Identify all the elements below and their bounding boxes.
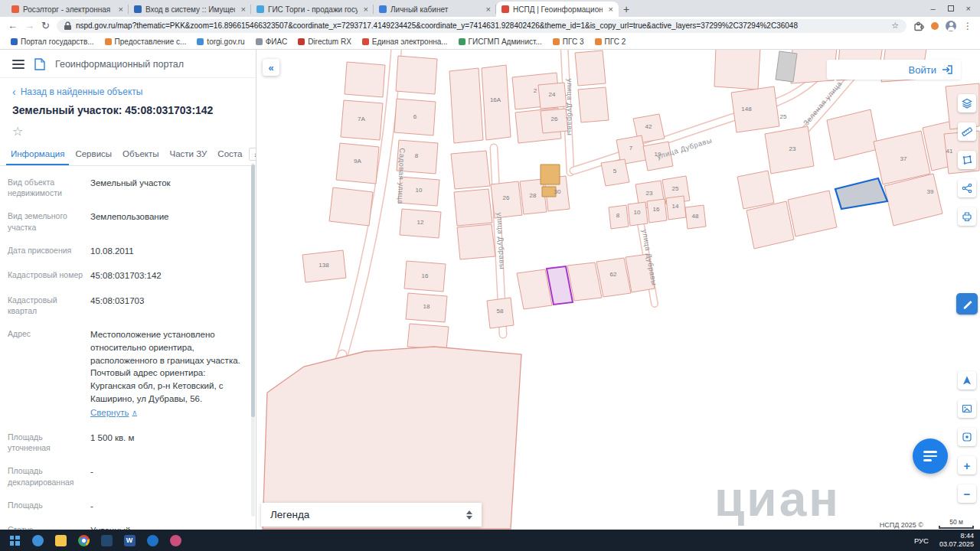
taskbar-app-icon[interactable] [95,530,118,551]
favorite-star-icon[interactable]: ☆ [12,125,23,138]
bookmark-item[interactable]: torgi.gov.ru [192,36,249,47]
keyboard-language[interactable]: РУС [914,536,929,545]
map-parcel[interactable] [827,109,878,160]
map-parcel[interactable] [567,262,602,301]
bookmark-item[interactable]: Предоставление с... [100,36,191,47]
tab-close-icon[interactable]: × [239,5,246,14]
map-parcel[interactable] [396,56,437,94]
map-parcel-highlight-blue[interactable] [835,178,887,209]
cursor-icon[interactable] [958,371,976,390]
start-button[interactable] [3,530,26,551]
map-parcel[interactable] [578,87,609,122]
tab-close-icon[interactable]: × [606,5,613,14]
field-list: Вид объекта недвижимостиЗемельный участо… [0,166,256,530]
reload-icon[interactable]: ↻ [41,21,50,31]
tabs-scroll-right-button[interactable]: › [249,148,256,161]
map-building-tan[interactable] [541,165,560,184]
forward-icon[interactable]: → [24,21,34,31]
ruler-icon[interactable] [958,122,976,141]
map-parcel[interactable] [714,50,760,90]
map-parcel[interactable] [788,191,837,236]
legend-toggle-icon[interactable] [466,510,472,520]
window-maximize-button[interactable] [948,5,954,11]
collapse-panel-button[interactable]: « [263,59,279,76]
map-parcel[interactable] [345,62,385,97]
bookmark-item[interactable]: ФИАС [251,36,292,47]
profile-avatar[interactable] [946,21,956,31]
map-parcel[interactable] [454,189,492,226]
zoom-out-button[interactable]: − [958,484,976,503]
map-parcel[interactable] [329,187,373,226]
map-parcel[interactable] [407,324,449,350]
back-icon[interactable]: ← [8,21,18,31]
map-parcel[interactable] [457,224,495,259]
legend-bar[interactable]: Легенда [261,503,482,527]
bookmark-item[interactable]: ПГС 2 [590,36,631,47]
bookmark-item[interactable]: Единая электронна... [358,36,452,47]
extension-icon[interactable] [931,22,939,30]
panel-scrollbar[interactable] [251,163,255,517]
taskbar-app-icon[interactable] [26,530,49,551]
bookmark-favicon [197,38,204,45]
map-parcel[interactable] [737,171,774,209]
scrollbar-thumb[interactable] [251,165,255,417]
bookmark-item[interactable]: Портал государств... [6,36,99,47]
map-parcel[interactable] [746,201,794,249]
address-bar: ← → ↻ nspd.gov.ru/map?thematic=PKK&zoom=… [0,17,980,34]
tab-services[interactable]: Сервисы [70,143,116,165]
share-icon[interactable] [958,179,976,197]
bookmark-star-icon[interactable]: ☆ [891,21,899,31]
tab-close-icon[interactable]: × [484,5,491,14]
taskbar-app-icon[interactable] [164,530,187,551]
map-parcel[interactable] [731,86,779,132]
collapse-address-link[interactable]: Свернуть∧ [90,406,137,419]
map-parcel[interactable] [451,151,490,189]
browser-menu-icon[interactable]: ⋮ [963,21,972,31]
menu-icon[interactable] [12,60,24,69]
new-tab-button[interactable]: + [619,2,634,17]
browser-tab-gis-torgi[interactable]: ГИС Торги - продажи государс... × [251,2,374,17]
map-parcel[interactable] [449,68,483,143]
map-parcel-large[interactable] [263,347,521,529]
browser-tab-roseltorg[interactable]: Росэлторг - электронная торго... × [6,2,129,17]
window-close-button[interactable]: × [966,4,971,13]
tab-close-icon[interactable]: × [116,5,123,14]
bookmark-item[interactable]: ГИСГМП Админист... [454,36,547,47]
login-button[interactable]: Войти [909,64,936,76]
chevron-up-icon: ∧ [132,408,137,418]
tab-close-icon[interactable]: × [361,5,368,14]
folder-icon[interactable] [49,530,72,551]
parcel-number-label: 48 [692,213,699,220]
taskbar-clock[interactable]: 8:44 03.07.2025 [939,532,974,549]
zoom-in-button[interactable]: + [958,456,976,474]
bookmark-item[interactable]: ПГС 3 [548,36,589,47]
url-bar[interactable]: nspd.gov.ru/map?thematic=PKK&zoom=16.896… [57,19,906,33]
taskbar-app-icon[interactable] [141,530,164,551]
basemap-icon[interactable] [958,399,976,418]
extensions-puzzle-icon[interactable] [913,21,924,31]
bookmark-item[interactable]: Directum RX [293,36,356,47]
map-area[interactable]: 6810121618581387А9А16А224262628306242719… [256,50,980,530]
browser-tab-login[interactable]: Вход в систему :: Имущественн... × [129,2,251,17]
tab-information[interactable]: Информация [6,143,69,165]
chrome-icon[interactable] [72,530,95,551]
map-parcel[interactable] [517,269,552,309]
tab-composition[interactable]: Соста [213,143,247,165]
area-measure-icon[interactable] [958,151,976,169]
cadastral-map[interactable]: 6810121618581387А9А16А224262628306242719… [256,50,980,530]
browser-tab-nspd[interactable]: НСПД | Геоинформационный п... × [496,2,619,17]
bookmark-favicon [459,38,466,45]
layers-icon[interactable] [958,94,976,112]
tab-parts[interactable]: Части ЗУ [165,143,212,165]
browser-tab-cabinet[interactable]: Личный кабинет × [374,2,496,17]
print-icon[interactable] [958,207,976,226]
word-icon[interactable]: W [118,530,141,551]
draw-tool-button[interactable] [956,293,978,315]
tab-objects[interactable]: Объекты [118,143,163,165]
window-minimize-button[interactable]: – [930,4,935,13]
back-link[interactable]: ‹ Назад в найденные объекты [0,78,256,101]
map-parcel[interactable] [575,51,606,86]
chat-button[interactable] [913,439,948,474]
map-building-gray[interactable] [776,51,797,82]
location-icon[interactable] [958,428,976,446]
